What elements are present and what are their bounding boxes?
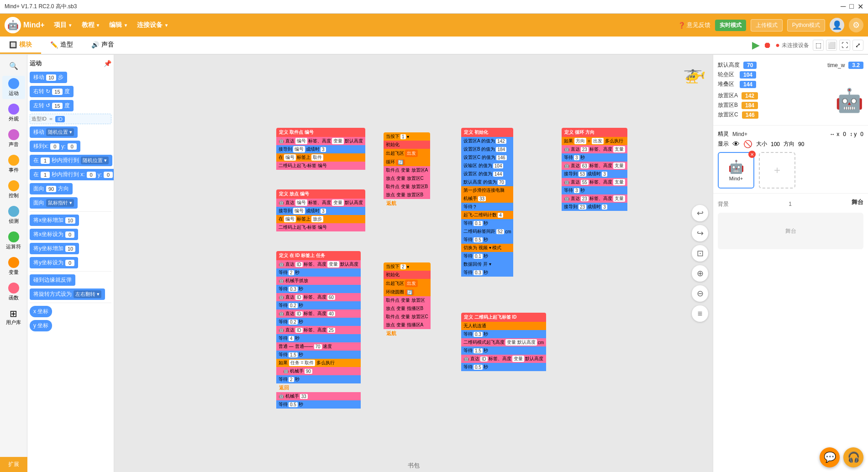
block-y-coord-content[interactable]: y 坐标 [30, 320, 52, 331]
block-move[interactable]: 移动 10 步 [30, 71, 111, 84]
time-w-val: 3.2 [848, 62, 863, 69]
sprite-card-mindplus[interactable]: ✕ 🤖 Mind+ [718, 152, 754, 189]
block-set-y-content[interactable]: 将y坐标设为 0 [30, 257, 78, 268]
block-turn-left-content[interactable]: 左转 ↺ 15 度 [30, 100, 74, 111]
block-glide-random[interactable]: 在 1 秒内滑行到 随机位置 ▾ [30, 154, 111, 167]
code-group-6[interactable]: 定义 初始化 设置区A 的值为142 设置区B 的值为184 设置区C 的值为1… [461, 128, 513, 277]
code-group-3[interactable]: 定义 在 ID 标签上 任务 🤖 直达ID标签、高度变量默认高度 等待2秒 🤖 … [276, 251, 361, 409]
cat-sensing[interactable]: 侦测 [2, 204, 25, 227]
block-goto-xy[interactable]: 移到x: 0 y: 0 [30, 140, 111, 153]
block-goto-random[interactable]: 移动 随机位置 ▾ [30, 126, 111, 139]
block-y-coord[interactable]: y 坐标 [30, 319, 111, 332]
block-bounce-content[interactable]: 碰到边缘就反弹 [30, 274, 75, 286]
stop-btn[interactable]: ⏺ [763, 41, 772, 50]
support-btn[interactable]: 🎧 [843, 447, 863, 467]
view-icon-3[interactable]: ⛶ [839, 40, 850, 51]
cat-events[interactable]: 事件 [2, 152, 25, 176]
assignment-block[interactable]: 造型ID ＝ ID [30, 114, 111, 124]
cat-search[interactable]: 🔍 [2, 59, 25, 73]
cat-userlib[interactable]: ⊞ 用户库 [2, 306, 25, 328]
cg6-row5: 设置区 的值为144 [461, 170, 513, 178]
zoom-in-btn[interactable]: ⊕ [692, 265, 708, 282]
block-set-x-content[interactable]: 将x坐标设为 0 [30, 229, 78, 240]
code-group-1[interactable]: 定义 取件点 编号 🤖 直达编号标签、高度变量默认高度 接导到编号成绩时3 在编… [276, 128, 365, 170]
cg3-row7: 🤖 直达ID标签、高度40 [276, 309, 361, 318]
view-icon-1[interactable]: ⬚ [813, 40, 824, 51]
block-set-x[interactable]: 将x坐标设为 0 [30, 228, 111, 241]
sound-dot [8, 129, 19, 140]
cat-operators[interactable]: 运算符 [2, 229, 25, 252]
title-text: Mind+ V1.7.1 RC2.0 高中.sb3 [5, 3, 77, 10]
block-x-coord-content[interactable]: x 坐标 [30, 306, 52, 317]
tab-blocks[interactable]: 🔲 模块 [0, 37, 41, 54]
redo-btn[interactable]: ↪ [692, 225, 708, 241]
center-btn[interactable]: ≡ [692, 305, 708, 322]
block-glide-xy-content[interactable]: 在 1 秒内滑行到 x: 0 y: 0 [30, 169, 114, 180]
block-face-dir-content[interactable]: 面向 90 方向 [30, 183, 73, 194]
block-x-coord[interactable]: x 坐标 [30, 305, 111, 318]
block-turn-right-content[interactable]: 右转 ↻ 15 度 [30, 86, 74, 97]
undo-btn[interactable]: ↩ [692, 205, 708, 221]
block-rotation-content[interactable]: 将旋转方式设为 左右翻转 ▾ [30, 288, 105, 300]
block-turn-right[interactable]: 右转 ↻ 15 度 [30, 85, 111, 98]
block-move-content[interactable]: 移动 10 步 [30, 72, 67, 83]
menu-tutorial[interactable]: 教程 ▼ [82, 21, 100, 29]
pin-icon[interactable]: 📌 [104, 60, 111, 67]
code-group-2[interactable]: 定义 放点 编号 🤖 直达编号标签、高度变量默认高度 接导到编号成绩时3 在编号… [276, 189, 365, 231]
block-set-y[interactable]: 将y坐标设为 0 [30, 256, 111, 269]
code-group-7[interactable]: 定义 循环 方向 如果方向=出发多么执行 🤖 直达23标签、高度支量 等待3秒 … [562, 128, 627, 211]
feedback-btn[interactable]: ❓ 意见反馈 [678, 21, 710, 29]
block-face-mouse[interactable]: 面向 鼠标指针 ▾ [30, 196, 111, 210]
chat-btn[interactable]: 💬 [820, 447, 840, 467]
avatar[interactable]: 👤 [830, 18, 844, 32]
settings-btn[interactable]: ⚙ [849, 18, 863, 32]
minimize-btn[interactable]: ─ [841, 2, 846, 11]
show-visible-btn[interactable]: 👁 [732, 140, 740, 148]
block-face-dir[interactable]: 面向 90 方向 [30, 182, 111, 195]
show-hidden-btn[interactable]: 🚫 [743, 140, 752, 148]
add-sprite-btn[interactable]: + [759, 152, 795, 189]
maximize-btn[interactable]: □ [849, 2, 854, 11]
view-icon-2[interactable]: ⬜ [826, 40, 837, 51]
upload-btn[interactable]: 上传模式 [751, 19, 783, 31]
block-glide-random-content[interactable]: 在 1 秒内滑行到 随机位置 ▾ [30, 155, 112, 166]
block-rotation[interactable]: 将旋转方式设为 左右翻转 ▾ [30, 288, 111, 301]
block-bounce[interactable]: 碰到边缘就反弹 [30, 273, 111, 287]
block-add-y[interactable]: 将y坐标增加 10 [30, 242, 111, 255]
tab-sound[interactable]: 🔊 声音 [82, 37, 123, 54]
code-group-4[interactable]: 当按下1▾ 初始化 出超飞区出发 循环🔄 取件点 变量 放置区A 放点 变量 放… [384, 132, 430, 208]
zoom-out-btn[interactable]: ⊖ [692, 285, 708, 302]
cat-sound[interactable]: 声音 [2, 127, 25, 150]
block-goto-xy-content[interactable]: 移到x: 0 y: 0 [30, 141, 80, 152]
menu-connect[interactable]: 连接设备 ▼ [137, 21, 168, 29]
code-group-5[interactable]: 当按下2▾ 初始化 出超飞区出发 环绕圆圈🔄 取件点 变量 放置区 放点 变量 … [384, 262, 431, 338]
sprite-delete-btn[interactable]: ✕ [748, 151, 756, 158]
tab-costume[interactable]: ✏️ 造型 [41, 37, 82, 54]
canvas-area[interactable]: 定义 取件点 编号 🤖 直达编号标签、高度变量默认高度 接导到编号成绩时3 在编… [114, 55, 713, 472]
cat-looks-label: 外观 [9, 115, 19, 122]
cat-variables[interactable]: 变量 [2, 255, 25, 278]
play-btn[interactable]: ▶ [752, 39, 760, 51]
cat-control[interactable]: 控制 [2, 178, 25, 201]
block-add-y-content[interactable]: 将y坐标增加 10 [30, 243, 79, 254]
block-turn-left[interactable]: 左转 ↺ 15 度 [30, 99, 111, 112]
menu-edit[interactable]: 编辑 ▼ [109, 21, 128, 29]
menu-project[interactable]: 项目 ▼ [54, 21, 73, 29]
close-btn[interactable]: ✕ [857, 2, 863, 11]
cat-motion[interactable]: 运动 [2, 76, 25, 99]
zoom-fit-btn[interactable]: ⊡ [692, 245, 708, 262]
block-add-x[interactable]: 将x坐标增加 10 [30, 214, 111, 227]
block-face-mouse-content[interactable]: 面向 鼠标指针 ▾ [30, 197, 78, 209]
fullscreen-btn[interactable]: ⤢ [852, 40, 863, 51]
expand-btn[interactable]: 扩展 [0, 457, 27, 472]
cat-looks[interactable]: 外观 [2, 101, 25, 125]
block-goto-random-content[interactable]: 移动 随机位置 ▾ [30, 126, 78, 138]
realtime-btn[interactable]: 实时模式 [715, 20, 746, 31]
bg-val: 1 [789, 201, 792, 207]
cat-functions[interactable]: 函数 [2, 280, 25, 304]
titlebar-right[interactable]: ─ □ ✕ [841, 2, 863, 11]
block-glide-xy[interactable]: 在 1 秒内滑行到 x: 0 y: 0 [30, 168, 111, 181]
code-group-8[interactable]: 定义 二维码上起飞标签 ID 无人机连通 等待0.3秒 二维码模式起飞高度变量 … [461, 313, 546, 371]
python-btn[interactable]: Python模式 [787, 19, 825, 31]
block-add-x-content[interactable]: 将x坐标增加 10 [30, 215, 79, 226]
